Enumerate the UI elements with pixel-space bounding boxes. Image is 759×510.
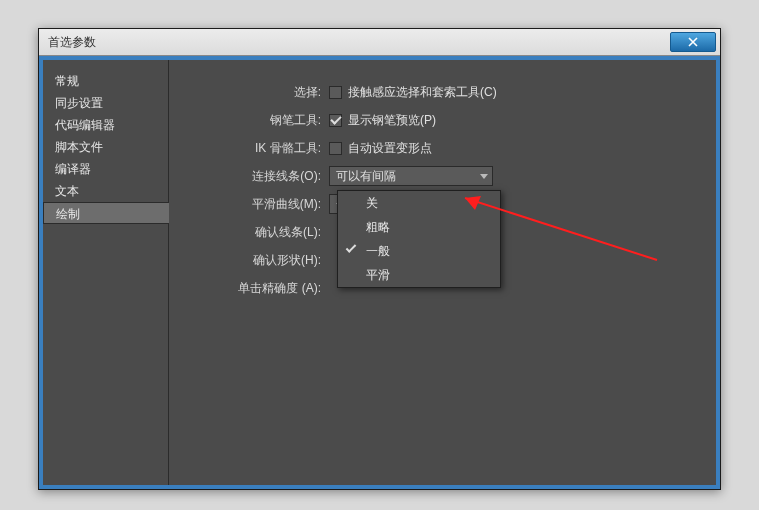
label-smooth-curve: 平滑曲线(M): [169, 196, 329, 213]
label-pen: 钢笔工具: [169, 112, 329, 129]
select-connect-lines-value: 可以有间隔 [336, 168, 396, 185]
sidebar-item-drawing[interactable]: 绘制 [43, 202, 169, 224]
dropdown-item-rough[interactable]: 粗略 [338, 215, 500, 239]
check-icon [346, 242, 357, 253]
sidebar-item-script-files[interactable]: 脚本文件 [43, 136, 168, 158]
sidebar-item-general[interactable]: 常规 [43, 70, 168, 92]
select-connect-lines[interactable]: 可以有间隔 [329, 166, 493, 186]
close-button[interactable] [670, 32, 716, 52]
dropdown-item-off[interactable]: 关 [338, 191, 500, 215]
titlebar: 首选参数 [39, 29, 720, 56]
window-body: 常规 同步设置 代码编辑器 脚本文件 编译器 文本 绘制 选择: 接触感应选择和… [39, 56, 720, 489]
dropdown-item-smooth[interactable]: 平滑 [338, 263, 500, 287]
row-ik: IK 骨骼工具: 自动设置变形点 [169, 134, 716, 162]
checkbox-label-auto-transform: 自动设置变形点 [348, 140, 432, 157]
window-title: 首选参数 [48, 34, 96, 51]
sidebar: 常规 同步设置 代码编辑器 脚本文件 编译器 文本 绘制 [43, 60, 169, 485]
label-connect-lines: 连接线条(O): [169, 168, 329, 185]
close-icon [686, 37, 700, 47]
sidebar-item-sync[interactable]: 同步设置 [43, 92, 168, 114]
label-confirm-line: 确认线条(L): [169, 224, 329, 241]
dropdown-item-label: 关 [366, 195, 378, 212]
dropdown-item-label: 平滑 [366, 267, 390, 284]
label-click-precision: 单击精确度 (A): [169, 280, 329, 297]
dropdown-item-normal[interactable]: 一般 [338, 239, 500, 263]
label-ik: IK 骨骼工具: [169, 140, 329, 157]
dropdown-item-label: 一般 [366, 243, 390, 260]
preferences-window: 首选参数 常规 同步设置 代码编辑器 脚本文件 编译器 文本 绘制 选择: 接触… [38, 28, 721, 490]
checkbox-label-show-pen-preview: 显示钢笔预览(P) [348, 112, 436, 129]
sidebar-item-text[interactable]: 文本 [43, 180, 168, 202]
label-confirm-shape: 确认形状(H): [169, 252, 329, 269]
checkbox-label-contact-sensitive: 接触感应选择和套索工具(C) [348, 84, 497, 101]
smooth-curve-dropdown: 关 粗略 一般 平滑 [337, 190, 501, 288]
checkbox-contact-sensitive[interactable] [329, 86, 342, 99]
label-select: 选择: [169, 84, 329, 101]
row-connect-lines: 连接线条(O): 可以有间隔 [169, 162, 716, 190]
row-select: 选择: 接触感应选择和套索工具(C) [169, 78, 716, 106]
row-pen: 钢笔工具: 显示钢笔预览(P) [169, 106, 716, 134]
chevron-down-icon [480, 174, 488, 179]
checkbox-show-pen-preview[interactable] [329, 114, 342, 127]
main-panel: 选择: 接触感应选择和套索工具(C) 钢笔工具: 显示钢笔预览(P) IK 骨骼… [169, 60, 716, 485]
dropdown-item-label: 粗略 [366, 219, 390, 236]
content: 常规 同步设置 代码编辑器 脚本文件 编译器 文本 绘制 选择: 接触感应选择和… [43, 60, 716, 485]
sidebar-item-compiler[interactable]: 编译器 [43, 158, 168, 180]
checkbox-auto-transform[interactable] [329, 142, 342, 155]
sidebar-item-code-editor[interactable]: 代码编辑器 [43, 114, 168, 136]
